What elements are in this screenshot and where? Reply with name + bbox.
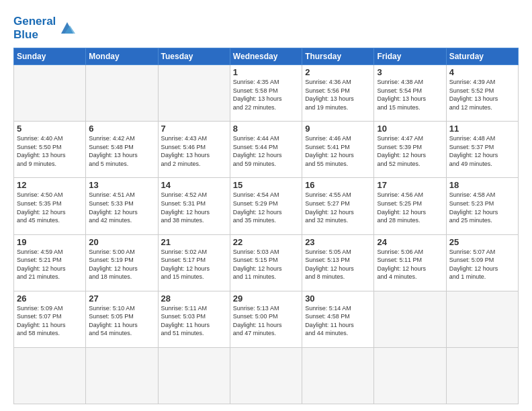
day-number: 13 bbox=[89, 180, 154, 190]
calendar-day: 28Sunrise: 5:11 AMSunset: 5:03 PMDayligh… bbox=[158, 291, 230, 347]
weekday-header-sunday: Sunday bbox=[14, 48, 86, 65]
calendar-day: 7Sunrise: 4:43 AMSunset: 5:46 PMDaylight… bbox=[158, 122, 230, 178]
weekday-header-saturday: Saturday bbox=[446, 48, 518, 65]
calendar-row-4: 26Sunrise: 5:09 AMSunset: 5:07 PMDayligh… bbox=[14, 291, 519, 347]
day-number: 7 bbox=[161, 124, 227, 134]
calendar-day: 16Sunrise: 4:55 AMSunset: 5:27 PMDayligh… bbox=[302, 178, 374, 234]
day-info: Sunrise: 4:43 AMSunset: 5:46 PMDaylight:… bbox=[161, 134, 227, 168]
calendar-day bbox=[374, 291, 446, 347]
day-info: Sunrise: 4:38 AMSunset: 5:54 PMDaylight:… bbox=[377, 78, 443, 111]
day-info: Sunrise: 4:36 AMSunset: 5:56 PMDaylight:… bbox=[305, 78, 371, 111]
calendar-day: 26Sunrise: 5:09 AMSunset: 5:07 PMDayligh… bbox=[14, 291, 86, 347]
weekday-header-tuesday: Tuesday bbox=[158, 48, 230, 65]
calendar-day-empty bbox=[446, 347, 518, 404]
calendar-day bbox=[14, 65, 86, 122]
day-info: Sunrise: 4:46 AMSunset: 5:41 PMDaylight:… bbox=[305, 134, 371, 168]
day-number: 25 bbox=[449, 237, 515, 247]
logo-text: General Blue bbox=[13, 15, 56, 41]
day-number: 14 bbox=[161, 180, 227, 190]
day-info: Sunrise: 4:59 AMSunset: 5:21 PMDaylight:… bbox=[17, 248, 83, 281]
calendar-row-5 bbox=[14, 347, 519, 404]
day-number: 6 bbox=[89, 124, 154, 134]
day-number: 20 bbox=[89, 237, 154, 247]
day-number: 4 bbox=[449, 67, 515, 77]
day-number: 12 bbox=[17, 180, 83, 190]
day-info: Sunrise: 4:52 AMSunset: 5:31 PMDaylight:… bbox=[161, 191, 227, 224]
weekday-header-monday: Monday bbox=[86, 48, 158, 65]
calendar-day: 1Sunrise: 4:35 AMSunset: 5:58 PMDaylight… bbox=[230, 65, 302, 122]
day-info: Sunrise: 4:54 AMSunset: 5:29 PMDaylight:… bbox=[233, 191, 299, 224]
day-number: 30 bbox=[305, 293, 371, 304]
day-info: Sunrise: 4:47 AMSunset: 5:39 PMDaylight:… bbox=[377, 134, 443, 168]
day-number: 5 bbox=[17, 124, 83, 134]
logo-icon bbox=[58, 19, 77, 38]
calendar-day: 18Sunrise: 4:58 AMSunset: 5:23 PMDayligh… bbox=[446, 178, 518, 234]
logo-blue: Blue bbox=[13, 28, 38, 41]
day-info: Sunrise: 4:44 AMSunset: 5:44 PMDaylight:… bbox=[233, 134, 299, 168]
day-info: Sunrise: 5:05 AMSunset: 5:13 PMDaylight:… bbox=[305, 248, 371, 281]
day-info: Sunrise: 4:40 AMSunset: 5:50 PMDaylight:… bbox=[17, 134, 83, 168]
day-number: 22 bbox=[233, 237, 299, 247]
calendar-day: 13Sunrise: 4:51 AMSunset: 5:33 PMDayligh… bbox=[86, 178, 158, 234]
calendar-day: 8Sunrise: 4:44 AMSunset: 5:44 PMDaylight… bbox=[230, 122, 302, 178]
day-info: Sunrise: 5:13 AMSunset: 5:00 PMDaylight:… bbox=[233, 304, 299, 338]
calendar-day: 15Sunrise: 4:54 AMSunset: 5:29 PMDayligh… bbox=[230, 178, 302, 234]
day-number: 2 bbox=[305, 67, 371, 77]
calendar-day-empty bbox=[374, 347, 446, 404]
calendar-row-3: 19Sunrise: 4:59 AMSunset: 5:21 PMDayligh… bbox=[14, 234, 519, 291]
calendar-day: 14Sunrise: 4:52 AMSunset: 5:31 PMDayligh… bbox=[158, 178, 230, 234]
calendar-day bbox=[86, 347, 158, 404]
day-info: Sunrise: 5:09 AMSunset: 5:07 PMDaylight:… bbox=[17, 304, 83, 338]
day-number: 26 bbox=[17, 293, 83, 304]
logo-general: General bbox=[13, 15, 56, 28]
day-number: 27 bbox=[89, 293, 154, 304]
day-info: Sunrise: 5:10 AMSunset: 5:05 PMDaylight:… bbox=[89, 304, 154, 338]
calendar-day bbox=[86, 65, 158, 122]
calendar-day: 2Sunrise: 4:36 AMSunset: 5:56 PMDaylight… bbox=[302, 65, 374, 122]
calendar-day: 29Sunrise: 5:13 AMSunset: 5:00 PMDayligh… bbox=[230, 291, 302, 347]
day-number: 17 bbox=[377, 180, 443, 190]
day-info: Sunrise: 5:06 AMSunset: 5:11 PMDaylight:… bbox=[377, 248, 443, 281]
calendar-row-1: 5Sunrise: 4:40 AMSunset: 5:50 PMDaylight… bbox=[14, 122, 519, 178]
day-number: 9 bbox=[305, 124, 371, 134]
calendar-day: 25Sunrise: 5:07 AMSunset: 5:09 PMDayligh… bbox=[446, 234, 518, 291]
day-number: 21 bbox=[161, 237, 227, 247]
calendar-day: 11Sunrise: 4:48 AMSunset: 5:37 PMDayligh… bbox=[446, 122, 518, 178]
calendar-day: 4Sunrise: 4:39 AMSunset: 5:52 PMDaylight… bbox=[446, 65, 518, 122]
day-info: Sunrise: 4:50 AMSunset: 5:35 PMDaylight:… bbox=[17, 191, 83, 224]
day-info: Sunrise: 4:58 AMSunset: 5:23 PMDaylight:… bbox=[449, 191, 515, 224]
day-info: Sunrise: 5:11 AMSunset: 5:03 PMDaylight:… bbox=[161, 304, 227, 338]
calendar-day: 10Sunrise: 4:47 AMSunset: 5:39 PMDayligh… bbox=[374, 122, 446, 178]
calendar-day: 23Sunrise: 5:05 AMSunset: 5:13 PMDayligh… bbox=[302, 234, 374, 291]
calendar-day-empty bbox=[230, 347, 302, 404]
calendar-day bbox=[158, 65, 230, 122]
day-number: 24 bbox=[377, 237, 443, 247]
calendar-row-2: 12Sunrise: 4:50 AMSunset: 5:35 PMDayligh… bbox=[14, 178, 519, 234]
weekday-header-friday: Friday bbox=[374, 48, 446, 65]
day-info: Sunrise: 4:42 AMSunset: 5:48 PMDaylight:… bbox=[89, 134, 154, 168]
weekday-header-wednesday: Wednesday bbox=[230, 48, 302, 65]
calendar-day: 30Sunrise: 5:14 AMSunset: 4:58 PMDayligh… bbox=[302, 291, 374, 347]
calendar-day: 17Sunrise: 4:56 AMSunset: 5:25 PMDayligh… bbox=[374, 178, 446, 234]
day-info: Sunrise: 4:48 AMSunset: 5:37 PMDaylight:… bbox=[449, 134, 515, 168]
page-header: General Blue bbox=[13, 12, 519, 41]
calendar-day: 24Sunrise: 5:06 AMSunset: 5:11 PMDayligh… bbox=[374, 234, 446, 291]
calendar-day bbox=[14, 347, 86, 404]
day-info: Sunrise: 4:39 AMSunset: 5:52 PMDaylight:… bbox=[449, 78, 515, 111]
day-info: Sunrise: 4:51 AMSunset: 5:33 PMDaylight:… bbox=[89, 191, 154, 224]
day-info: Sunrise: 5:02 AMSunset: 5:17 PMDaylight:… bbox=[161, 248, 227, 281]
calendar-day: 27Sunrise: 5:10 AMSunset: 5:05 PMDayligh… bbox=[86, 291, 158, 347]
day-number: 19 bbox=[17, 237, 83, 247]
calendar-row-0: 1Sunrise: 4:35 AMSunset: 5:58 PMDaylight… bbox=[14, 65, 519, 122]
day-info: Sunrise: 5:03 AMSunset: 5:15 PMDaylight:… bbox=[233, 248, 299, 281]
calendar-day: 9Sunrise: 4:46 AMSunset: 5:41 PMDaylight… bbox=[302, 122, 374, 178]
calendar-day: 6Sunrise: 4:42 AMSunset: 5:48 PMDaylight… bbox=[86, 122, 158, 178]
day-info: Sunrise: 5:07 AMSunset: 5:09 PMDaylight:… bbox=[449, 248, 515, 281]
day-info: Sunrise: 5:14 AMSunset: 4:58 PMDaylight:… bbox=[305, 304, 371, 338]
calendar-day: 20Sunrise: 5:00 AMSunset: 5:19 PMDayligh… bbox=[86, 234, 158, 291]
weekday-header-thursday: Thursday bbox=[302, 48, 374, 65]
logo: General Blue bbox=[13, 15, 77, 41]
day-number: 15 bbox=[233, 180, 299, 190]
day-number: 16 bbox=[305, 180, 371, 190]
day-number: 8 bbox=[233, 124, 299, 134]
